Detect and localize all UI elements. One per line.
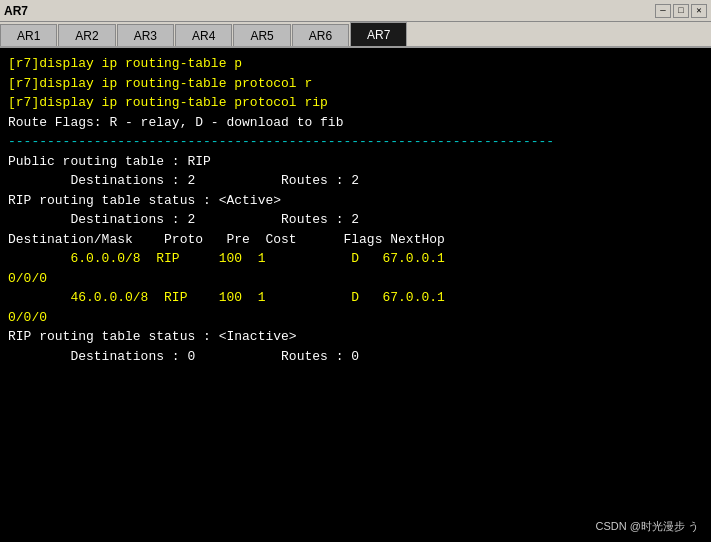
terminal-line: Destinations : 0 Routes : 0 [8, 347, 703, 367]
terminal-line: RIP routing table status : <Active> [8, 191, 703, 211]
terminal-line: [r7]display ip routing-table p [8, 54, 703, 74]
tab-ar4[interactable]: AR4 [175, 24, 232, 46]
close-button[interactable]: ✕ [691, 4, 707, 18]
terminal-line: Public routing table : RIP [8, 152, 703, 172]
tab-ar6[interactable]: AR6 [292, 24, 349, 46]
tab-ar3[interactable]: AR3 [117, 24, 174, 46]
window-title: AR7 [4, 4, 28, 18]
minimize-button[interactable]: — [655, 4, 671, 18]
maximize-button[interactable]: □ [673, 4, 689, 18]
terminal-line: 6.0.0.0/8 RIP 100 1 D 67.0.0.1 [8, 249, 703, 269]
terminal-line: ----------------------------------------… [8, 132, 703, 152]
watermark: CSDN @时光漫步 う [596, 519, 699, 534]
tab-ar1[interactable]: AR1 [0, 24, 57, 46]
terminal-line: RIP routing table status : <Inactive> [8, 327, 703, 347]
title-bar: AR7 — □ ✕ [0, 0, 711, 22]
terminal-line: 0/0/0 [8, 308, 703, 328]
terminal-line: Route Flags: R - relay, D - download to … [8, 113, 703, 133]
tab-ar5[interactable]: AR5 [233, 24, 290, 46]
terminal-line: 0/0/0 [8, 269, 703, 289]
terminal-line: Destinations : 2 Routes : 2 [8, 210, 703, 230]
tab-bar: AR1AR2AR3AR4AR5AR6AR7 [0, 22, 711, 48]
tab-ar7[interactable]: AR7 [350, 22, 407, 46]
terminal-line: 46.0.0.0/8 RIP 100 1 D 67.0.0.1 [8, 288, 703, 308]
terminal-line: [r7]display ip routing-table protocol ri… [8, 93, 703, 113]
window-controls: — □ ✕ [655, 4, 707, 18]
tab-ar2[interactable]: AR2 [58, 24, 115, 46]
terminal-output: [r7]display ip routing-table p[r7]displa… [0, 48, 711, 542]
terminal-line: Destinations : 2 Routes : 2 [8, 171, 703, 191]
terminal-line: [r7]display ip routing-table protocol r [8, 74, 703, 94]
terminal-line: Destination/Mask Proto Pre Cost Flags Ne… [8, 230, 703, 250]
